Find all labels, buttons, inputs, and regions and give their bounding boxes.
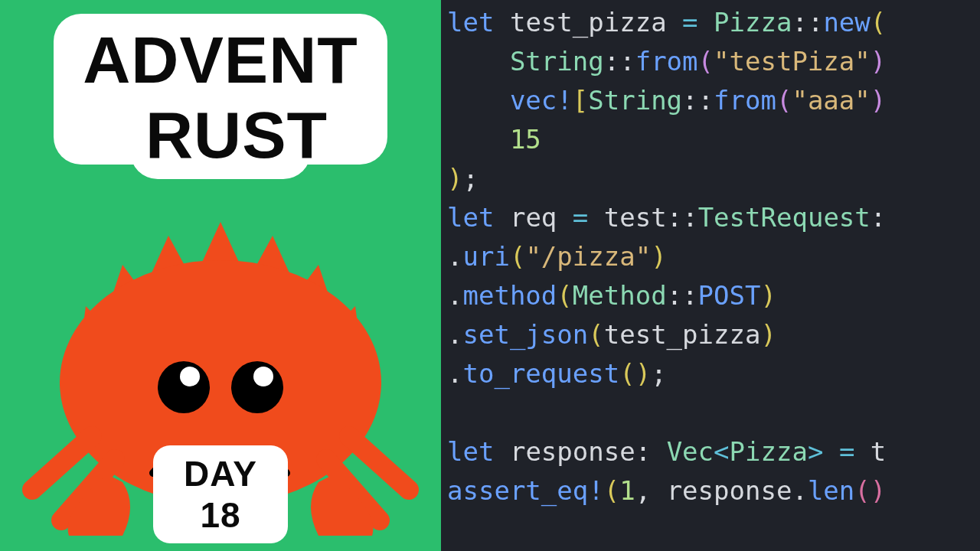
code-line-6: let req = test::TestRequest: [447, 202, 886, 233]
title-stem: RUST [130, 96, 311, 179]
code-line-9: .set_json(test_pizza) [447, 319, 776, 350]
day-badge: DAY 18 [153, 445, 288, 543]
code-line-10: .to_request(); [447, 358, 667, 389]
code-line-1: let test_pizza = Pizza::new( [447, 7, 886, 37]
svg-point-13 [253, 367, 273, 386]
title-line-2: RUST [145, 103, 296, 167]
code-line-2: String::from("testPiza") [447, 46, 886, 77]
code-line-8: .method(Method::POST) [447, 280, 776, 311]
svg-point-11 [180, 367, 200, 386]
code-line-5: ); [447, 163, 479, 194]
hero-panel: ADVENT OF RUST [0, 0, 441, 551]
code-panel: let test_pizza = Pizza::new( String::fro… [441, 0, 980, 551]
day-label: DAY 18 [165, 453, 276, 536]
code-line-12: let response: Vec<Pizza> = t [447, 436, 886, 467]
code-line-7: .uri("/pizza") [447, 241, 667, 272]
code-line-13: assert_eq!(1, response.len() [447, 475, 886, 506]
code-line-3: vec![String::from("aaa") [447, 85, 886, 116]
code-line-4: 15 [447, 124, 541, 155]
